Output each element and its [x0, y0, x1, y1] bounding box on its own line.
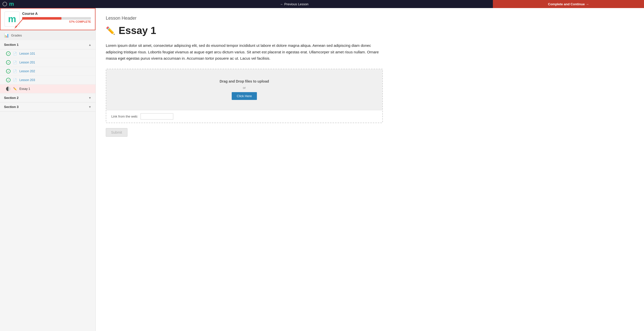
progress-bar-fill: [22, 17, 61, 20]
lesson-203-label: Lesson 203: [19, 78, 35, 82]
nav-right: Complete and Continue →: [493, 0, 644, 8]
section-1-label: Section 1: [4, 43, 19, 47]
doc-icon-203: 📄: [13, 78, 17, 82]
brand-logo: m: [9, 1, 14, 7]
lesson-item-201[interactable]: ✓ 📄 Lesson 201: [0, 58, 95, 67]
nav-left: m: [0, 1, 96, 7]
course-title: Course A: [22, 12, 91, 16]
check-icon-101: ✓: [6, 51, 11, 56]
section-3-label: Section 3: [4, 105, 19, 109]
lesson-202-label: Lesson 202: [19, 69, 35, 73]
course-logo-letter: m: [8, 15, 16, 24]
course-header-box: m Course A 57% COMPLETE: [0, 8, 95, 30]
main-layout: m Course A 57% COMPLETE 📊: [0, 8, 644, 331]
section-header-1[interactable]: Section 1 ▲: [0, 40, 95, 49]
essay-title: Essay 1: [119, 25, 156, 36]
lesson-item-essay1[interactable]: ✏️ Essay 1: [0, 85, 95, 93]
lesson-item-101[interactable]: ✓ 📄 Lesson 101: [0, 49, 95, 58]
lesson-item-203[interactable]: ✓ 📄 Lesson 203: [0, 76, 95, 85]
grades-label: Grades: [11, 33, 22, 37]
link-row: Link from the web:: [106, 110, 382, 123]
progress-percent: 57% COMPLETE: [69, 20, 91, 23]
link-input[interactable]: [141, 113, 173, 120]
grades-icon: 📊: [4, 33, 9, 38]
nav-center[interactable]: ← Previous Lesson: [96, 2, 493, 6]
essay-title-row: ✏️ Essay 1: [106, 25, 634, 36]
section-1-chevron: ▲: [88, 43, 91, 47]
section-header-3[interactable]: Section 3 ▼: [0, 102, 95, 112]
essay-pencil-icon: ✏️: [106, 26, 115, 35]
check-icon-201: ✓: [6, 60, 11, 65]
lesson-body-text: Lorem ipsum dolor sit amet, consectetur …: [106, 42, 383, 62]
submit-button[interactable]: Submit: [106, 128, 127, 137]
upload-area: Drag and Drop files to upload or Click H…: [106, 69, 383, 123]
doc-icon-201: 📄: [13, 61, 17, 64]
sidebar: m Course A 57% COMPLETE 📊: [0, 8, 96, 331]
doc-icon-101: 📄: [13, 52, 17, 55]
main-content: Lesson Header ✏️ Essay 1 Lorem ipsum dol…: [96, 8, 644, 331]
lesson-item-202[interactable]: ✓ 📄 Lesson 202: [0, 67, 95, 76]
or-text: or: [243, 86, 246, 90]
half-check-icon-essay1: [6, 87, 11, 91]
grades-row[interactable]: 📊 Grades: [0, 30, 95, 40]
progress-text: 57% COMPLETE: [22, 20, 91, 23]
check-icon-203: ✓: [6, 78, 11, 82]
section-2-chevron: ▼: [88, 96, 91, 100]
lesson-header-text: Lesson Header: [106, 16, 634, 21]
previous-lesson-button[interactable]: ← Previous Lesson: [275, 2, 314, 6]
upload-drop-zone[interactable]: Drag and Drop files to upload or Click H…: [106, 69, 382, 110]
top-nav: m ← Previous Lesson Complete and Continu…: [0, 0, 644, 8]
lesson-201-label: Lesson 201: [19, 61, 35, 64]
drag-text: Drag and Drop files to upload: [220, 79, 269, 83]
section-header-2[interactable]: Section 2 ▼: [0, 93, 95, 102]
doc-icon-202: 📄: [13, 69, 17, 73]
progress-bar-container: [22, 17, 91, 20]
section-3-chevron: ▼: [88, 105, 91, 109]
check-icon-202: ✓: [6, 69, 11, 73]
complete-continue-button[interactable]: Complete and Continue →: [493, 0, 644, 8]
globe-icon: [3, 2, 7, 6]
course-info: Course A 57% COMPLETE: [22, 12, 91, 23]
essay1-label: Essay 1: [19, 87, 30, 91]
link-label: Link from the web:: [111, 115, 138, 118]
pencil-icon-essay1: ✏️: [13, 87, 17, 91]
section-2-label: Section 2: [4, 96, 19, 100]
click-here-button[interactable]: Click Here: [232, 92, 257, 100]
course-logo: m: [5, 12, 20, 27]
lesson-101-label: Lesson 101: [19, 52, 35, 55]
